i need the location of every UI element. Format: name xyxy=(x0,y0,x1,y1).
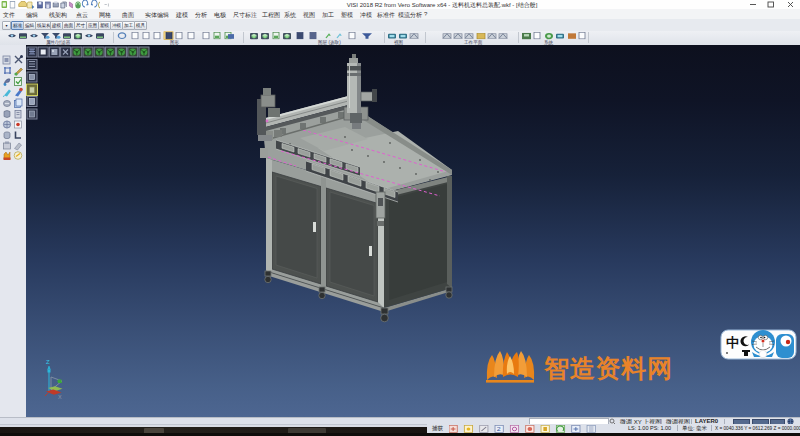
svg-text:中: 中 xyxy=(726,335,739,350)
svg-text:2: 2 xyxy=(497,425,501,431)
svg-text:Z: Z xyxy=(46,359,50,365)
svg-text:智造资料网: 智造资料网 xyxy=(543,354,673,382)
svg-text:X: X xyxy=(58,394,62,400)
